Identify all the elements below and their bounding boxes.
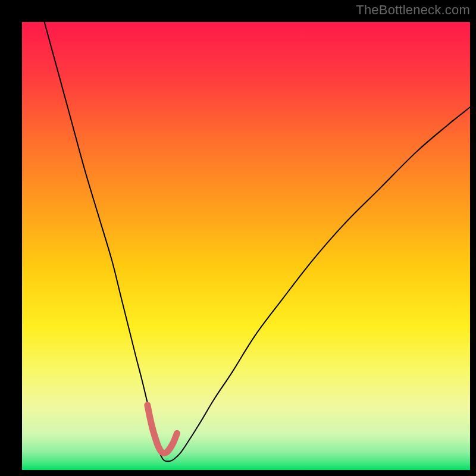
bottleneck-chart xyxy=(22,22,470,470)
chart-background xyxy=(22,22,470,470)
chart-container xyxy=(22,22,470,470)
watermark-text: TheBottleneck.com xyxy=(356,2,470,18)
